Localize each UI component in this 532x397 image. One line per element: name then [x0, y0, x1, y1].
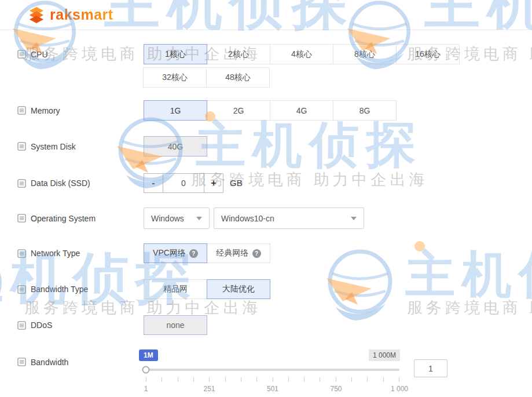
cpu-option-32core[interactable]: 32核心 — [143, 67, 207, 88]
list-icon — [17, 214, 26, 223]
bandwidth-type-mainland[interactable]: 大陆优化 — [207, 279, 270, 299]
os-version-value: Windows10-cn — [221, 214, 274, 223]
stepper-increase-button[interactable]: + — [204, 174, 223, 192]
memory-option-1g[interactable]: 1G — [144, 100, 207, 121]
cpu-options: 1核心 2核心 4核心 8核心 16核心 32核心 48核心 — [144, 44, 461, 88]
raksmart-logo-icon — [28, 6, 45, 24]
bandwidth-input[interactable] — [414, 359, 447, 377]
os-family-select[interactable]: Windows — [144, 207, 210, 229]
os-version-select[interactable]: Windows10-cn — [214, 207, 364, 229]
row-label-os: Operating System — [17, 207, 144, 229]
row-label-text: Network Type — [31, 249, 80, 258]
list-icon — [17, 179, 26, 188]
cpu-option-4core[interactable]: 4核心 — [270, 44, 333, 64]
row-label-text: Bandwidth Type — [31, 285, 88, 294]
logo-text: raksmart — [50, 6, 113, 23]
row-label-data-disk: Data Disk (SSD) — [17, 173, 144, 193]
network-option-classic[interactable]: 经典网络 ? — [207, 243, 270, 263]
row-data-disk: Data Disk (SSD) - 0 + GB — [17, 173, 532, 193]
bandwidth-badges: 1M 1 000M — [146, 349, 399, 361]
cpu-option-2core[interactable]: 2核心 — [207, 44, 270, 64]
memory-option-2g[interactable]: 2G — [207, 100, 270, 121]
config-form: CPU 1核心 2核心 4核心 8核心 16核心 32核心 48核心 Memor… — [0, 30, 532, 394]
max-bandwidth-badge: 1 000M — [369, 349, 400, 361]
cpu-option-1core[interactable]: 1核心 — [144, 44, 207, 64]
bandwidth-slider-handle[interactable] — [142, 366, 150, 374]
row-label-text: Data Disk (SSD) — [31, 179, 90, 188]
list-icon — [17, 142, 26, 151]
row-bandwidth: Bandwidth 1M 1 000M 1 251 501 750 — [17, 348, 532, 394]
page-header: raksmart — [0, 0, 532, 30]
min-bandwidth-badge: 1M — [139, 349, 158, 361]
network-option-vpc[interactable]: VPC网络 ? — [144, 243, 207, 263]
bandwidth-slider-area: 1M 1 000M 1 251 501 750 1 000 — [146, 349, 399, 394]
row-label-network-type: Network Type — [17, 243, 144, 263]
stepper-value[interactable]: 0 — [163, 174, 204, 192]
slider-tick-labels: 1 251 501 750 1 000 — [146, 384, 399, 394]
ddos-option-none[interactable]: none — [144, 315, 207, 335]
memory-option-4g[interactable]: 4G — [270, 100, 333, 121]
row-label-system-disk: System Disk — [17, 136, 144, 156]
chevron-down-icon — [196, 217, 202, 220]
list-icon — [17, 249, 26, 258]
list-icon — [17, 50, 26, 59]
bandwidth-type-premium[interactable]: 精品网 — [144, 279, 207, 299]
system-disk-option-40g[interactable]: 40G — [144, 136, 207, 156]
data-disk-unit: GB — [230, 173, 243, 193]
row-memory: Memory 1G 2G 4G 8G — [17, 100, 532, 121]
help-icon[interactable]: ? — [252, 249, 261, 258]
row-system-disk: System Disk 40G — [17, 136, 532, 156]
row-bandwidth-type: Bandwidth Type 精品网 大陆优化 — [17, 279, 532, 299]
row-label-memory: Memory — [17, 100, 144, 121]
bandwidth-slider[interactable] — [146, 369, 399, 371]
raksmart-logo[interactable]: raksmart — [28, 6, 113, 24]
row-label-text: System Disk — [31, 142, 76, 151]
row-ddos: DDoS none — [17, 315, 532, 335]
network-option-label: VPC网络 — [153, 248, 186, 258]
row-network-type: Network Type VPC网络 ? 经典网络 ? — [17, 243, 532, 263]
list-icon — [17, 285, 26, 294]
ddos-options: none — [144, 315, 207, 335]
list-icon — [17, 358, 26, 366]
help-icon[interactable]: ? — [189, 249, 198, 258]
cpu-option-8core[interactable]: 8核心 — [333, 44, 397, 64]
cpu-option-48core[interactable]: 48核心 — [206, 67, 270, 88]
row-label-text: Bandwidth — [31, 358, 68, 367]
slider-ticks — [146, 377, 399, 382]
list-icon — [17, 321, 26, 330]
cpu-option-16core[interactable]: 16核心 — [396, 44, 460, 64]
row-label-text: DDoS — [31, 320, 52, 330]
os-selects: Windows Windows10-cn — [144, 207, 364, 229]
row-label-cpu: CPU — [17, 44, 144, 64]
row-label-text: Operating System — [31, 214, 96, 223]
os-family-value: Windows — [151, 214, 184, 223]
memory-options: 1G 2G 4G 8G — [144, 100, 397, 121]
memory-option-8g[interactable]: 8G — [333, 100, 397, 121]
stepper-decrease-button[interactable]: - — [144, 174, 163, 192]
list-icon — [17, 106, 26, 115]
system-disk-options: 40G — [144, 136, 207, 156]
row-cpu: CPU 1核心 2核心 4核心 8核心 16核心 32核心 48核心 — [17, 44, 532, 88]
row-label-bandwidth: Bandwidth — [17, 352, 144, 372]
row-label-text: CPU — [31, 50, 48, 59]
network-option-label: 经典网络 — [217, 248, 249, 258]
chevron-down-icon — [351, 217, 357, 220]
network-type-options: VPC网络 ? 经典网络 ? — [144, 243, 270, 263]
row-label-text: Memory — [31, 106, 60, 115]
row-label-bandwidth-type: Bandwidth Type — [17, 279, 144, 299]
row-label-ddos: DDoS — [17, 315, 144, 335]
bandwidth-type-options: 精品网 大陆优化 — [144, 279, 270, 299]
row-operating-system: Operating System Windows Windows10-cn — [17, 207, 532, 229]
data-disk-stepper: - 0 + — [144, 173, 223, 193]
